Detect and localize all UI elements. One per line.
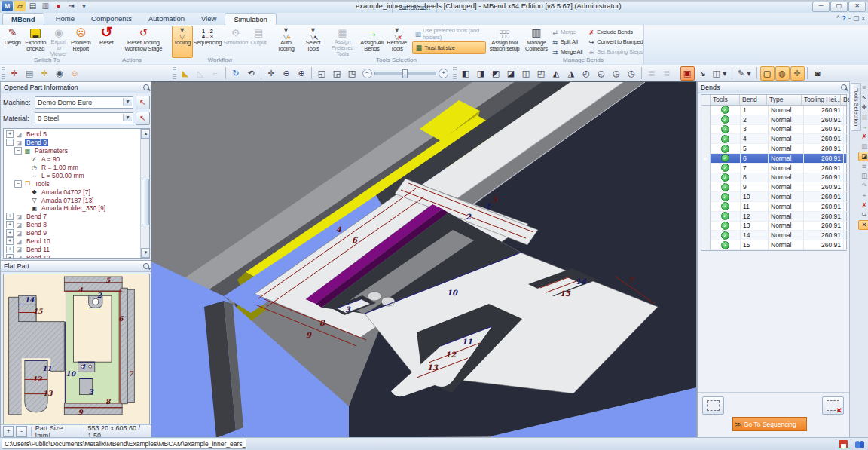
bend-solid-icon[interactable]: ▣ [680, 66, 695, 81]
tree-item-bend-5[interactable]: +◪Bend 5 [6, 130, 140, 139]
expand-icon[interactable]: + [6, 237, 14, 245]
table-row[interactable]: ✓10Normal260.911.00 [701, 192, 846, 202]
select-tools-button[interactable]: ▼▽↖Select Tools [301, 26, 326, 58]
iso-view-6-icon[interactable]: ◰ [534, 66, 549, 81]
round-view-3-icon[interactable]: ◶ [610, 66, 624, 81]
toolbar-handle[interactable] [2, 67, 5, 79]
report-icon[interactable]: ▤ [23, 66, 37, 81]
design-button[interactable]: ✎Design [2, 26, 24, 58]
table-row[interactable]: ✓4Normal260.911.00 [701, 134, 846, 144]
trust-flat-small-icon[interactable]: ◪ [858, 152, 868, 161]
zoom-slider[interactable]: −+ [362, 69, 448, 78]
column-header-Tools[interactable]: Tools [711, 95, 740, 105]
expand-icon[interactable]: + [6, 130, 14, 138]
list-icon[interactable]: ▥ [858, 142, 868, 152]
convert-to-bumped-button[interactable]: ↪Convert to Bumped [585, 37, 645, 47]
tab-view[interactable]: View [193, 13, 225, 25]
select-tool-icon[interactable]: ↖ [858, 93, 868, 103]
scroll-down-icon[interactable]: ▼ [141, 248, 150, 258]
column-header-Bend[interactable]: Bend [740, 95, 767, 105]
open-icon[interactable]: ▱ [14, 1, 26, 11]
expand-icon[interactable]: + [6, 221, 14, 228]
table-row[interactable]: ✓15Normal260.911.00 [701, 240, 846, 250]
row-selector[interactable] [701, 173, 711, 183]
row-selector[interactable]: ▸ [701, 154, 711, 164]
view-1-icon[interactable]: ◱ [315, 66, 329, 81]
exclude-icon[interactable]: ✗ [858, 201, 868, 210]
table-row[interactable]: ✓5Normal260.911.00 [701, 144, 846, 154]
table-row[interactable]: ✓1Normal260.911.00 [701, 106, 846, 115]
go-to-sequencing-button[interactable]: ≫ Go To Sequencing [732, 417, 807, 431]
collapse-icon[interactable]: − [14, 180, 22, 188]
pan-icon[interactable]: ✛ [264, 66, 279, 81]
zoom-out-button[interactable]: - [16, 426, 26, 437]
chevron-down-icon[interactable]: ▼ [123, 98, 132, 106]
part-tool-icon[interactable]: ✛ [8, 66, 22, 81]
rotate-pointer-icon[interactable]: ⟲ [244, 66, 258, 81]
export-to-cnckad-button[interactable]: ▂Export to cncKad [24, 26, 47, 58]
table-row[interactable]: ✓9Normal260.911.00 [701, 182, 846, 192]
collapse-icon[interactable]: − [6, 139, 14, 146]
drag-dots-icon[interactable]: ≡ [858, 83, 868, 93]
chevron-down-icon[interactable]: ▼ [123, 114, 132, 121]
camera-icon[interactable]: ◙ [811, 66, 825, 81]
convert-icon[interactable]: ↪ [858, 210, 868, 220]
view-2-icon[interactable]: ◲ [330, 66, 344, 81]
column-header-Tooling Hei...[interactable]: Tooling Hei... [802, 95, 841, 105]
row-selector[interactable] [701, 144, 711, 154]
deselect-all-bends-button[interactable]: ✕ [822, 396, 844, 415]
tab-home[interactable]: Home [47, 13, 83, 25]
row-selector[interactable] [701, 125, 711, 135]
print-icon[interactable]: ▤ [27, 1, 38, 11]
tree-item-bend-8[interactable]: +◪Bend 8 [6, 221, 140, 229]
help-icon[interactable]: ? [842, 14, 846, 22]
tool-cost-icon[interactable]: ◍ [775, 66, 790, 81]
expand-icon[interactable]: + [6, 246, 14, 253]
tree-item-bend-6[interactable]: −◪Bend 6 [6, 139, 140, 147]
qat-menu-icon[interactable]: ▾ [78, 1, 90, 11]
assign-tool-station-setup-button[interactable]: ❑❑❑❑❑❑Assign tool station setup [487, 26, 521, 58]
row-selector[interactable] [701, 164, 711, 173]
table-row[interactable]: ✓2Normal260.911.00 [701, 115, 846, 125]
slider-plus-icon[interactable]: + [439, 69, 448, 78]
material-select[interactable]: 0 Steel▼ [35, 112, 133, 124]
row-selector[interactable] [701, 231, 711, 240]
row-selector[interactable] [701, 115, 711, 125]
tree-item-bend-11[interactable]: +◪Bend 11 [6, 245, 140, 253]
station-icon[interactable]: ◫ [858, 171, 868, 181]
remove-tool-icon[interactable]: ✗ [858, 132, 868, 142]
rotate-icon[interactable]: ↷ [858, 181, 868, 191]
select-all-bends-button[interactable] [702, 396, 724, 415]
material-edit-button[interactable]: ↖ [136, 112, 150, 125]
tree-item-bend-10[interactable]: +◪Bend 10 [6, 237, 140, 246]
wire-icon[interactable]: ⌁ [858, 191, 868, 201]
iso-view-1-icon[interactable]: ◧ [459, 66, 473, 81]
tab-simulation[interactable]: Simulation [225, 13, 276, 26]
tree-item-parameters[interactable]: −▦Parameters [6, 147, 140, 155]
table-row[interactable]: ✓13Normal260.911.00 [701, 222, 846, 231]
iso-view-7-icon[interactable]: ◭ [549, 66, 564, 81]
view-3-icon[interactable]: ◳ [345, 66, 359, 81]
toolbar-handle[interactable] [453, 67, 457, 79]
row-selector[interactable] [701, 106, 711, 115]
iso-view-4-icon[interactable]: ◪ [504, 66, 518, 81]
tree-item-bend-7[interactable]: +◪Bend 7 [6, 213, 140, 221]
tree-item-a-90[interactable]: ∠A = 90 [6, 155, 140, 164]
table-row[interactable]: ✓3Normal260.911.00 [701, 125, 846, 135]
scroll-thumb[interactable] [142, 179, 149, 225]
tree-item-bend-12[interactable]: +◪Bend 12 [6, 253, 140, 259]
exclude-bends-button[interactable]: ✗Exclude Bends [585, 27, 645, 37]
doc-restore-icon[interactable]: ▢ [853, 14, 860, 22]
auto-tooling-button[interactable]: ▼▽✦Auto Tooling [271, 26, 301, 58]
minimize-button[interactable]: ─ [812, 2, 830, 12]
view-eye-icon[interactable]: ◉ [53, 66, 67, 81]
machine-edit-button[interactable]: ↖ [136, 96, 150, 109]
record-icon[interactable]: ● [53, 1, 64, 11]
iso-view-5-icon[interactable]: ◫ [519, 66, 533, 81]
expand-icon[interactable]: + [6, 254, 14, 259]
tree-item-amada-04702-7-[interactable]: ◆Amada 04702 [7] [6, 188, 140, 196]
expand-icon[interactable]: + [6, 229, 14, 237]
table-row[interactable]: ✓8Normal260.911.00 [701, 173, 846, 183]
expand-icon[interactable]: + [6, 213, 14, 220]
machine-select[interactable]: Demo Demo Euro▼ [35, 96, 133, 109]
